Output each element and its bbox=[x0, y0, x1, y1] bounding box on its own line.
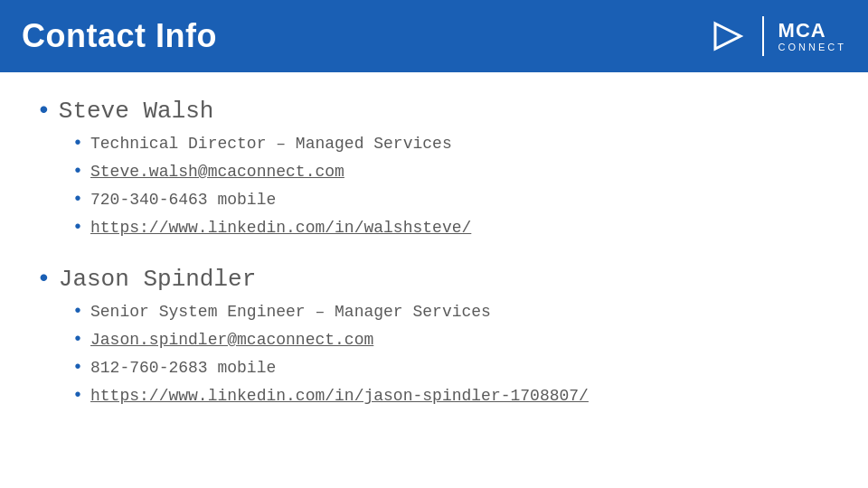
detail-item-1-1[interactable]: •Jason.spindler@mcaconnect.com bbox=[72, 328, 832, 352]
bullet-small-icon: • bbox=[72, 160, 83, 183]
detail-item-0-2: •720-340-6463 mobile bbox=[72, 188, 832, 212]
bullet-small-icon: • bbox=[72, 356, 83, 380]
bullet-small-icon: • bbox=[72, 328, 83, 352]
logo: MCA CONNECT bbox=[708, 16, 846, 56]
logo-divider bbox=[762, 16, 764, 56]
bullet-main-icon: • bbox=[36, 99, 52, 124]
bullet-small-icon: • bbox=[72, 384, 83, 408]
detail-text-0-0: Technical Director – Managed Services bbox=[90, 132, 452, 156]
header: Contact Info MCA CONNECT bbox=[0, 0, 868, 72]
person-name-text-1: Jason Spindler bbox=[59, 266, 256, 293]
detail-item-1-3[interactable]: •https://www.linkedin.com/in/jason-spind… bbox=[72, 384, 832, 408]
logo-text-block: MCA CONNECT bbox=[778, 20, 846, 52]
person-name-1: •Jason Spindler bbox=[36, 266, 832, 293]
content-area: •Steve Walsh•Technical Director – Manage… bbox=[0, 72, 868, 459]
person-block-0: •Steve Walsh•Technical Director – Manage… bbox=[36, 98, 832, 240]
person-name-text-0: Steve Walsh bbox=[59, 98, 214, 125]
bullet-small-icon: • bbox=[72, 132, 83, 155]
person-name-0: •Steve Walsh bbox=[36, 98, 832, 125]
bullet-small-icon: • bbox=[72, 300, 83, 324]
detail-item-0-0: •Technical Director – Managed Services bbox=[72, 132, 832, 156]
person-details-0: •Technical Director – Managed Services•S… bbox=[36, 132, 832, 240]
detail-item-0-3[interactable]: •https://www.linkedin.com/in/walshsteve/ bbox=[72, 216, 832, 240]
detail-item-1-2: •812-760-2683 mobile bbox=[72, 356, 832, 380]
page-title: Contact Info bbox=[22, 17, 217, 55]
person-details-1: •Senior System Engineer – Manager Servic… bbox=[36, 300, 832, 408]
detail-link-0-3[interactable]: https://www.linkedin.com/in/walshsteve/ bbox=[90, 216, 471, 240]
detail-text-1-0: Senior System Engineer – Manager Service… bbox=[90, 300, 491, 324]
mca-logo-icon bbox=[708, 16, 748, 56]
detail-link-0-1[interactable]: Steve.walsh@mcaconnect.com bbox=[90, 160, 344, 184]
bullet-main-icon: • bbox=[36, 267, 52, 292]
logo-mca: MCA bbox=[778, 20, 846, 42]
detail-link-1-1[interactable]: Jason.spindler@mcaconnect.com bbox=[90, 328, 373, 352]
bullet-small-icon: • bbox=[72, 188, 83, 211]
detail-text-1-2: 812-760-2683 mobile bbox=[90, 356, 276, 380]
detail-text-0-2: 720-340-6463 mobile bbox=[90, 188, 276, 212]
detail-item-1-0: •Senior System Engineer – Manager Servic… bbox=[72, 300, 832, 324]
detail-link-1-3[interactable]: https://www.linkedin.com/in/jason-spindl… bbox=[90, 384, 589, 408]
bullet-small-icon: • bbox=[72, 216, 83, 239]
detail-item-0-1[interactable]: •Steve.walsh@mcaconnect.com bbox=[72, 160, 832, 184]
logo-connect: CONNECT bbox=[778, 42, 846, 52]
svg-marker-0 bbox=[715, 23, 741, 49]
person-block-1: •Jason Spindler•Senior System Engineer –… bbox=[36, 266, 832, 408]
